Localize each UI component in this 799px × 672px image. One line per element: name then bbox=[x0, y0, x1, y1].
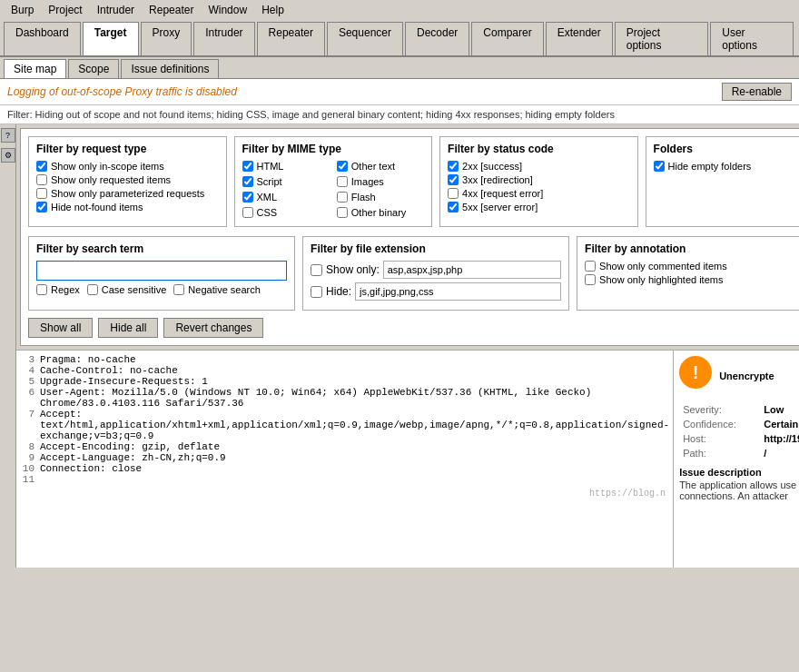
status-2xx: 2xx [success] bbox=[448, 161, 630, 172]
hide-label: Hide: bbox=[326, 285, 351, 298]
status-2xx-checkbox[interactable] bbox=[448, 161, 459, 172]
status-3xx: 3xx [redirection] bbox=[448, 174, 630, 185]
tab-dashboard[interactable]: Dashboard bbox=[4, 22, 81, 55]
mime-flash-checkbox[interactable] bbox=[337, 192, 348, 203]
regex-checkbox[interactable] bbox=[36, 284, 47, 295]
reenable-button[interactable]: Re-enable bbox=[722, 83, 792, 101]
host-label: Host: bbox=[681, 432, 760, 445]
settings-icon[interactable]: ⚙ bbox=[1, 148, 15, 163]
tab-proxy[interactable]: Proxy bbox=[141, 22, 192, 55]
host-value: http://192.16 bbox=[762, 432, 799, 445]
negative-label: Negative search bbox=[188, 284, 261, 295]
commented-checkbox[interactable] bbox=[585, 261, 596, 272]
filter-sections-top: Filter by request type Show only in-scop… bbox=[28, 136, 799, 227]
mime-xml-checkbox[interactable] bbox=[242, 192, 253, 203]
line-num-4: 4 bbox=[20, 365, 35, 376]
mime-css-checkbox[interactable] bbox=[242, 207, 253, 218]
negative-checkbox[interactable] bbox=[173, 284, 184, 295]
mime-images-checkbox[interactable] bbox=[337, 176, 348, 187]
http-line-9: 9 Accept-Language: zh-CN,zh;q=0.9 bbox=[20, 452, 669, 463]
status-3xx-label: 3xx [redirection] bbox=[462, 174, 533, 185]
menu-intruder[interactable]: Intruder bbox=[90, 2, 142, 18]
tab-comparer[interactable]: Comparer bbox=[471, 22, 543, 55]
tab-sequencer[interactable]: Sequencer bbox=[327, 22, 403, 55]
revert-changes-button[interactable]: Revert changes bbox=[163, 318, 263, 338]
highlighted-label: Show only highlighted items bbox=[599, 274, 723, 285]
hide-all-button[interactable]: Hide all bbox=[98, 318, 158, 338]
filter-folders: Folders Hide empty folders bbox=[646, 136, 799, 227]
mime-images-label: Images bbox=[351, 176, 384, 187]
tab-project-options[interactable]: Project options bbox=[615, 22, 709, 55]
case-option: Case sensitive bbox=[87, 284, 167, 295]
mime-other-text: Other text bbox=[337, 161, 424, 172]
help-icon[interactable]: ? bbox=[1, 128, 15, 143]
show-parameterized-label: Show only parameterized requests bbox=[51, 188, 204, 199]
show-only-checkbox[interactable] bbox=[311, 264, 322, 276]
sub-tab-scope[interactable]: Scope bbox=[68, 59, 119, 78]
hide-not-found-label: Hide not-found items bbox=[51, 202, 143, 212]
http-content: 3 Pragma: no-cache 4 Cache-Control: no-c… bbox=[16, 351, 673, 568]
filter-search-term-title: Filter by search term bbox=[36, 242, 287, 255]
commented-option: Show only commented items bbox=[585, 261, 799, 272]
case-checkbox[interactable] bbox=[87, 284, 98, 295]
show-parameterized-checkbox[interactable] bbox=[36, 188, 47, 199]
status-4xx-checkbox[interactable] bbox=[448, 188, 459, 199]
mime-type-grid: HTML Other text Script Images bbox=[242, 161, 425, 221]
menu-burp[interactable]: Burp bbox=[4, 2, 41, 18]
mime-script-checkbox[interactable] bbox=[242, 176, 253, 187]
line-num-3: 3 bbox=[20, 354, 35, 365]
issue-details-table: Severity: Low Confidence: Certain Host: … bbox=[679, 401, 799, 461]
hide-checkbox[interactable] bbox=[311, 286, 322, 298]
menu-help[interactable]: Help bbox=[254, 2, 291, 18]
tab-target[interactable]: Target bbox=[83, 22, 139, 55]
show-in-scope-checkbox[interactable] bbox=[36, 161, 47, 172]
issue-desc-text: The application allows use connections. … bbox=[679, 479, 799, 501]
action-buttons: Show all Hide all Revert changes bbox=[28, 318, 799, 338]
show-only-row: Show only: bbox=[311, 261, 561, 279]
confidence-value: Certain bbox=[762, 418, 799, 430]
line-text-8: Accept-Encoding: gzip, deflate bbox=[40, 441, 220, 452]
tab-repeater[interactable]: Repeater bbox=[257, 22, 325, 55]
sub-tab-sitemap[interactable]: Site map bbox=[4, 59, 66, 78]
mime-html-checkbox[interactable] bbox=[242, 161, 253, 172]
hide-empty-folders-label: Hide empty folders bbox=[668, 161, 752, 172]
request-type-item-1: Show only requested items bbox=[36, 174, 219, 185]
request-type-item-0: Show only in-scope items bbox=[36, 161, 219, 172]
mime-other-binary-checkbox[interactable] bbox=[337, 207, 348, 218]
show-requested-checkbox[interactable] bbox=[36, 174, 47, 185]
issue-path-row: Path: / bbox=[681, 447, 799, 460]
show-all-button[interactable]: Show all bbox=[28, 318, 93, 338]
case-label: Case sensitive bbox=[102, 284, 167, 295]
show-only-input[interactable] bbox=[383, 261, 561, 279]
mime-other-binary: Other binary bbox=[337, 207, 424, 218]
watermark-row: https://blog.n bbox=[20, 485, 669, 489]
filter-request-type: Filter by request type Show only in-scop… bbox=[28, 136, 227, 227]
menu-window[interactable]: Window bbox=[201, 2, 254, 18]
request-type-item-2: Show only parameterized requests bbox=[36, 188, 219, 199]
menu-repeater[interactable]: Repeater bbox=[142, 2, 201, 18]
filter-file-extension: Filter by file extension Show only: Hide… bbox=[302, 236, 569, 311]
filter-status-code: Filter by status code 2xx [success] 3xx … bbox=[439, 136, 638, 227]
highlighted-checkbox[interactable] bbox=[585, 274, 596, 285]
status-5xx-checkbox[interactable] bbox=[448, 202, 459, 212]
tab-extender[interactable]: Extender bbox=[546, 22, 613, 55]
issue-host-row: Host: http://192.16 bbox=[681, 432, 799, 445]
search-term-input[interactable] bbox=[36, 261, 287, 281]
regex-option: Regex bbox=[36, 284, 80, 295]
hide-empty-folders-checkbox[interactable] bbox=[654, 161, 665, 172]
tab-user-options[interactable]: User options bbox=[710, 22, 794, 55]
line-num-5: 5 bbox=[20, 376, 35, 387]
tab-intruder[interactable]: Intruder bbox=[193, 22, 254, 55]
hide-input[interactable] bbox=[355, 282, 561, 301]
status-3xx-checkbox[interactable] bbox=[448, 174, 459, 185]
mime-other-text-checkbox[interactable] bbox=[337, 161, 348, 172]
status-4xx: 4xx [request error] bbox=[448, 188, 630, 199]
filter-panel: Filter by request type Show only in-scop… bbox=[20, 128, 799, 346]
issue-severity-row: Severity: Low bbox=[681, 403, 799, 416]
highlighted-option: Show only highlighted items bbox=[585, 274, 799, 285]
filter-annotation: Filter by annotation Show only commented… bbox=[577, 236, 799, 311]
tab-decoder[interactable]: Decoder bbox=[405, 22, 469, 55]
sub-tab-issue-definitions[interactable]: Issue definitions bbox=[121, 59, 219, 78]
hide-not-found-checkbox[interactable] bbox=[36, 202, 47, 212]
menu-project[interactable]: Project bbox=[41, 2, 89, 18]
